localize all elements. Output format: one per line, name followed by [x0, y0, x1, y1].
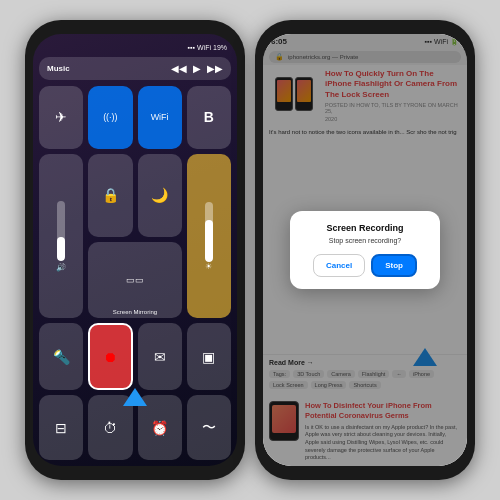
flashlight-icon: 🔦	[53, 349, 70, 365]
tile-airplane[interactable]: ✈	[39, 86, 83, 149]
dialog-overlay: Screen Recording Stop screen recording? …	[263, 34, 467, 466]
tile-lock-rotation[interactable]: 🔒	[88, 154, 132, 237]
scan-icon: ▣	[202, 349, 215, 365]
tile-brightness[interactable]: ☀	[187, 154, 231, 319]
dialog-cancel-button[interactable]: Cancel	[313, 254, 365, 277]
tile-bluetooth[interactable]: B	[187, 86, 231, 149]
screen-mirror-label: Screen Mirroring	[88, 309, 182, 315]
prev-button[interactable]: ◀◀	[171, 63, 187, 74]
wifi-icon: WiFi	[197, 44, 211, 51]
control-center: ▪▪▪ WiFi 19% Music ◀◀ ▶ ▶▶	[33, 34, 237, 466]
tile-do-not-disturb[interactable]: 🌙	[138, 154, 182, 237]
dialog-title: Screen Recording	[302, 223, 428, 233]
volume-icon: 🔊	[56, 263, 66, 272]
cellular-icon: ((·))	[103, 112, 118, 122]
wifi-tile-icon: WiFi	[151, 112, 169, 122]
tile-volume[interactable]: 🔊	[39, 154, 83, 319]
timer-icon: ⏰	[151, 420, 168, 436]
bluetooth-icon: B	[204, 109, 214, 125]
tile-scan[interactable]: ▣	[187, 323, 231, 390]
browser-screen: 6:05 ▪▪▪ WiFi 🔋 🔒 iphonetricks.org — Pri…	[263, 34, 467, 466]
screen-record-icon: ⏺	[103, 349, 117, 365]
cc-status-icons: ▪▪▪ WiFi 19%	[188, 44, 227, 51]
tile-wifi[interactable]: WiFi	[138, 86, 182, 149]
dialog-stop-button[interactable]: Stop	[371, 254, 417, 277]
right-phone-screen: 6:05 ▪▪▪ WiFi 🔋 🔒 iphonetricks.org — Pri…	[263, 34, 467, 466]
play-button[interactable]: ▶	[193, 63, 201, 74]
tile-screen-record[interactable]: ⏺	[88, 323, 132, 390]
tile-power[interactable]: ⊟	[39, 395, 83, 460]
arrow-up-indicator	[123, 388, 147, 406]
volume-fill	[57, 237, 65, 261]
tile-cellular[interactable]: ((·))	[88, 86, 132, 149]
music-controls: ◀◀ ▶ ▶▶	[171, 63, 223, 74]
tile-mail[interactable]: ✉	[138, 323, 182, 390]
next-button[interactable]: ▶▶	[207, 63, 223, 74]
dialog-message: Stop screen recording?	[302, 237, 428, 244]
main-container: ▪▪▪ WiFi 19% Music ◀◀ ▶ ▶▶	[0, 0, 500, 500]
battery-text: 19%	[213, 44, 227, 51]
airplane-icon: ✈	[55, 109, 67, 125]
signal-icon: ▪▪▪	[188, 44, 195, 51]
music-label: Music	[47, 64, 70, 73]
clock-icon: ⏱	[103, 420, 117, 436]
left-phone-screen: ▪▪▪ WiFi 19% Music ◀◀ ▶ ▶▶	[33, 34, 237, 466]
brightness-icon: ☀	[205, 262, 212, 271]
volume-bar	[57, 201, 65, 261]
do-not-disturb-icon: 🌙	[151, 187, 168, 203]
waveform-icon: 〜	[202, 419, 216, 437]
left-phone: ▪▪▪ WiFi 19% Music ◀◀ ▶ ▶▶	[25, 20, 245, 480]
mail-icon: ✉	[154, 349, 166, 365]
tile-screen-mirror[interactable]: ▭▭ Screen Mirroring	[88, 242, 182, 319]
tile-waveform[interactable]: 〜	[187, 395, 231, 460]
brightness-bar	[205, 202, 213, 262]
screen-mirror-icon: ▭▭	[126, 275, 144, 285]
brightness-fill	[205, 220, 213, 262]
right-phone: 6:05 ▪▪▪ WiFi 🔋 🔒 iphonetricks.org — Pri…	[255, 20, 475, 480]
tile-flashlight[interactable]: 🔦	[39, 323, 83, 390]
lock-rotation-icon: 🔒	[102, 187, 119, 203]
cc-music-bar[interactable]: Music ◀◀ ▶ ▶▶	[39, 57, 231, 80]
power-icon: ⊟	[55, 420, 67, 436]
dialog-buttons: Cancel Stop	[302, 254, 428, 277]
screen-recording-dialog: Screen Recording Stop screen recording? …	[290, 211, 440, 289]
cc-status-bar: ▪▪▪ WiFi 19%	[39, 42, 231, 53]
